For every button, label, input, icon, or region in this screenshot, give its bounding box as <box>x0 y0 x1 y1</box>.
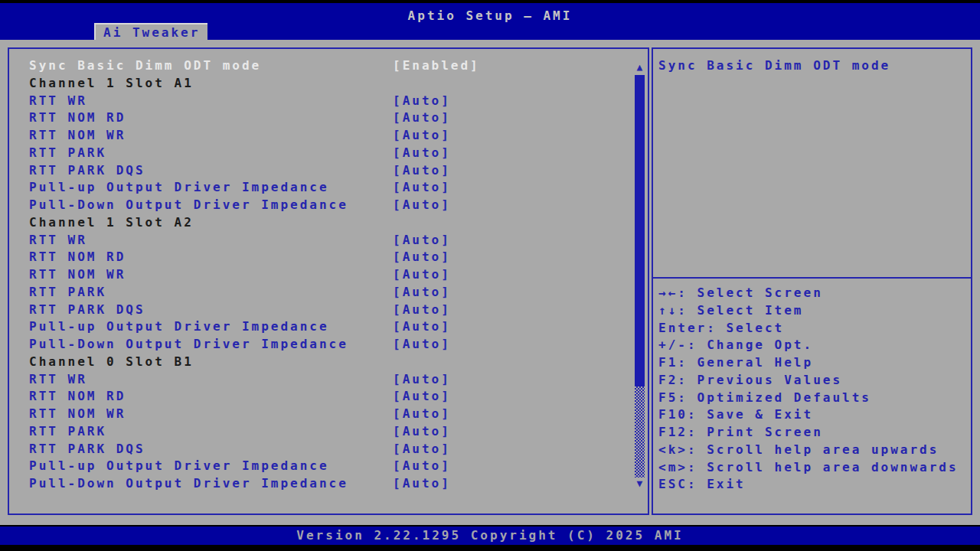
setting-row[interactable]: RTT PARK DQS[Auto] <box>9 302 648 319</box>
setting-label: Channel 1 Slot A1 <box>29 75 194 93</box>
app-title: Aptio Setup – AMI <box>0 8 980 23</box>
scroll-up-arrow-icon[interactable]: ▲ <box>633 61 646 73</box>
setting-value: [Auto] <box>393 336 451 354</box>
help-panel: Sync Basic Dimm ODT mode →←: Select Scre… <box>652 47 972 515</box>
setting-row[interactable]: RTT PARK[Auto] <box>9 145 648 162</box>
help-key-line: F10: Save & Exit <box>658 406 976 424</box>
setting-row[interactable]: Pull-up Output Driver Impedance[Auto] <box>9 458 648 475</box>
setting-label: RTT NOM RD <box>29 388 126 406</box>
setting-row[interactable]: RTT PARK[Auto] <box>9 284 648 302</box>
setting-value: [Auto] <box>393 197 451 214</box>
help-key-line: +/-: Change Opt. <box>658 337 976 354</box>
setting-value: [Auto] <box>393 179 451 197</box>
setting-label: Pull-up Output Driver Impedance <box>29 179 329 197</box>
setting-value: [Auto] <box>393 318 451 336</box>
setting-label: RTT PARK DQS <box>29 302 145 319</box>
setting-row[interactable]: RTT NOM WR[Auto] <box>9 406 648 423</box>
scrollbar-track[interactable] <box>635 386 645 478</box>
setting-label: Sync Basic Dimm ODT mode <box>29 57 261 75</box>
bottom-black-edge <box>0 545 980 551</box>
setting-value: [Auto] <box>393 266 451 284</box>
setting-row[interactable]: Pull-up Output Driver Impedance[Auto] <box>9 318 648 336</box>
setting-row[interactable]: RTT NOM WR[Auto] <box>9 127 648 145</box>
setting-row[interactable]: RTT NOM RD[Auto] <box>9 388 648 406</box>
setting-label: RTT NOM RD <box>29 109 126 127</box>
setting-row[interactable]: RTT NOM WR[Auto] <box>9 266 648 284</box>
version-text: Version 2.22.1295 Copyright (C) 2025 AMI <box>296 528 683 543</box>
setting-label: Channel 1 Slot A2 <box>29 214 194 232</box>
setting-row[interactable]: RTT PARK DQS[Auto] <box>9 162 648 180</box>
help-key-list: →←: Select Screen↑↓: Select ItemEnter: S… <box>658 285 976 494</box>
tab-label: Ai Tweaker <box>103 25 200 40</box>
setting-label: RTT WR <box>29 93 87 110</box>
setting-label: Pull-Down Output Driver Impedance <box>29 197 348 214</box>
setting-row[interactable]: RTT PARK[Auto] <box>9 423 648 441</box>
setting-row[interactable]: Sync Basic Dimm ODT mode[Enabled] <box>9 57 648 75</box>
setting-value: [Auto] <box>393 458 451 475</box>
setting-label: RTT NOM WR <box>29 406 126 423</box>
setting-row[interactable]: RTT PARK DQS[Auto] <box>9 441 648 458</box>
help-key-line: →←: Select Screen <box>658 285 976 302</box>
help-key-line: <k>: Scroll help area upwards <box>658 442 976 459</box>
setting-value: [Auto] <box>393 406 451 423</box>
setting-label: Pull-up Output Driver Impedance <box>29 458 329 475</box>
setting-label: RTT PARK <box>29 145 106 162</box>
setting-row[interactable]: RTT NOM RD[Auto] <box>9 109 648 127</box>
help-divider <box>653 277 971 279</box>
setting-value: [Auto] <box>393 441 451 458</box>
setting-label: Channel 0 Slot B1 <box>29 354 194 371</box>
scroll-down-arrow-icon[interactable]: ▼ <box>633 478 646 490</box>
setting-row[interactable]: RTT WR[Auto] <box>9 93 648 110</box>
scrollbar-thumb[interactable] <box>635 75 645 386</box>
settings-panel: Sync Basic Dimm ODT mode[Enabled]Channel… <box>8 47 649 515</box>
setting-label: Pull-Down Output Driver Impedance <box>29 475 348 493</box>
setting-label: Pull-Down Output Driver Impedance <box>29 336 348 354</box>
help-key-line: <m>: Scroll help area downwards <box>658 459 976 477</box>
section-heading-row: Channel 0 Slot B1 <box>9 354 648 371</box>
setting-row[interactable]: RTT WR[Auto] <box>9 232 648 249</box>
settings-rows: Sync Basic Dimm ODT mode[Enabled]Channel… <box>9 57 648 493</box>
help-key-line: ESC: Exit <box>658 476 976 494</box>
footer-bar: Version 2.22.1295 Copyright (C) 2025 AMI <box>0 527 980 545</box>
setting-row[interactable]: RTT WR[Auto] <box>9 371 648 389</box>
setting-label: RTT NOM RD <box>29 249 126 266</box>
scrollbar[interactable]: ▲ ▼ <box>633 49 646 514</box>
setting-label: RTT PARK <box>29 423 106 441</box>
setting-row[interactable]: Pull-Down Output Driver Impedance[Auto] <box>9 336 648 354</box>
section-heading-row: Channel 1 Slot A1 <box>9 75 648 93</box>
setting-value: [Auto] <box>393 162 451 180</box>
header-bar: Aptio Setup – AMI Ai Tweaker <box>0 3 980 40</box>
setting-row[interactable]: Pull-up Output Driver Impedance[Auto] <box>9 179 648 197</box>
setting-label: RTT PARK <box>29 284 106 302</box>
tab-ai-tweaker[interactable]: Ai Tweaker <box>94 23 207 40</box>
help-key-line: F5: Optimized Defaults <box>658 390 976 407</box>
setting-row[interactable]: Pull-Down Output Driver Impedance[Auto] <box>9 475 648 493</box>
setting-label: RTT PARK DQS <box>29 441 145 458</box>
setting-label: RTT WR <box>29 371 87 389</box>
setting-label: RTT NOM WR <box>29 266 126 284</box>
setting-row[interactable]: RTT NOM RD[Auto] <box>9 249 648 266</box>
setting-value: [Auto] <box>393 93 451 110</box>
setting-value: [Auto] <box>393 249 451 266</box>
setting-row[interactable]: Pull-Down Output Driver Impedance[Auto] <box>9 197 648 214</box>
help-key-line: ↑↓: Select Item <box>658 302 976 320</box>
setting-value: [Auto] <box>393 232 451 249</box>
setting-value: [Enabled] <box>393 57 480 75</box>
setting-value: [Auto] <box>393 371 451 389</box>
setting-value: [Auto] <box>393 284 451 302</box>
bios-setup-screen: Aptio Setup – AMI Ai Tweaker Sync Basic … <box>0 0 980 551</box>
help-key-line: F1: General Help <box>658 354 976 372</box>
help-key-line: F2: Previous Values <box>658 372 976 390</box>
setting-value: [Auto] <box>393 423 451 441</box>
setting-value: [Auto] <box>393 475 451 493</box>
help-title: Sync Basic Dimm ODT mode <box>658 57 890 75</box>
setting-label: RTT PARK DQS <box>29 162 145 180</box>
setting-value: [Auto] <box>393 302 451 319</box>
setting-label: RTT WR <box>29 232 87 249</box>
setting-value: [Auto] <box>393 109 451 127</box>
help-key-line: F12: Print Screen <box>658 424 976 442</box>
section-heading-row: Channel 1 Slot A2 <box>9 214 648 232</box>
setting-label: Pull-up Output Driver Impedance <box>29 318 329 336</box>
help-key-line: Enter: Select <box>658 320 976 337</box>
setting-value: [Auto] <box>393 145 451 162</box>
